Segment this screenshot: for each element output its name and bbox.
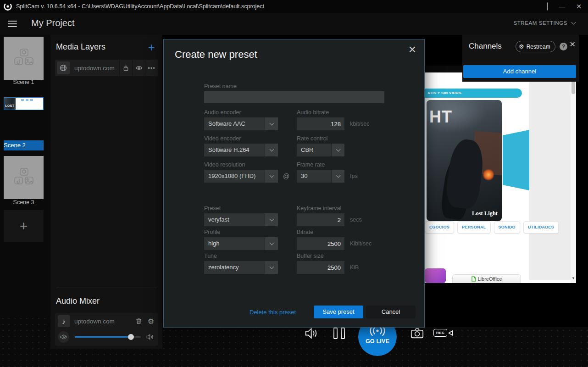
buffer-size-unit: KiB <box>350 261 359 274</box>
frame-rate-value: 30 <box>297 170 331 183</box>
splitcam-window: SplitCam v. 10.6.54 x64 - C:\Users\WDAGU… <box>0 0 588 367</box>
category-pill[interactable]: SONIDO <box>494 221 520 234</box>
audio-mixer-item: ♪ uptodown.com ⚙ <box>55 313 158 346</box>
layer-name: uptodown.com <box>74 65 119 72</box>
snapshot-camera-icon[interactable] <box>410 327 424 339</box>
scroll-down-arrow[interactable]: ▼ <box>571 276 576 280</box>
tune-select[interactable]: zerolatency <box>204 261 278 274</box>
volume-slider[interactable] <box>75 336 141 338</box>
profile-select[interactable]: high <box>204 237 278 250</box>
page-side-panel <box>529 66 571 280</box>
visibility-eye-button[interactable] <box>132 60 145 76</box>
audio-bitrate-input[interactable] <box>297 117 344 130</box>
frame-rate-select[interactable]: 30 <box>297 170 344 183</box>
keyframe-interval-label: Keyframe interval <box>297 205 341 211</box>
category-pill[interactable]: EGOCIOS <box>425 221 454 234</box>
preset-select[interactable]: veryfast <box>204 213 278 226</box>
rate-control-label: Rate control <box>297 135 327 142</box>
video-encoder-value: Software H.264 <box>204 144 265 156</box>
image-detail <box>483 169 494 181</box>
audio-monitor-icon[interactable] <box>305 327 319 339</box>
mixer-settings-icon[interactable]: ⚙ <box>148 317 154 326</box>
stream-settings-button[interactable]: STREAM SETTINGS <box>513 20 575 26</box>
scene-3-thumbnail[interactable] <box>4 156 44 199</box>
audio-source-icon: ♪ <box>58 315 70 327</box>
scene-1-label[interactable]: Scene 1 <box>4 79 44 85</box>
menu-icon[interactable] <box>8 21 17 29</box>
profile-value: high <box>204 237 265 250</box>
dialog-close-icon[interactable]: × <box>409 42 416 57</box>
pause-button[interactable] <box>333 328 345 339</box>
media-layers-panel: Media Layers + uptodown.com ••• Au <box>50 35 162 349</box>
channels-panel: Channels ⚙ Restream ? × Add channel <box>462 35 579 82</box>
preset-name-input[interactable] <box>204 91 384 103</box>
volume-handle[interactable] <box>128 334 134 340</box>
web-layer-icon <box>57 61 70 74</box>
close-button[interactable]: ✕ <box>576 0 582 13</box>
profile-label: Profile <box>204 229 220 235</box>
cancel-button[interactable]: Cancel <box>366 306 416 318</box>
volume-fill <box>75 336 131 338</box>
chevron-down-icon <box>265 261 278 274</box>
minimize-button[interactable]: — <box>559 0 565 13</box>
mixer-channel-name: uptodown.com <box>74 318 135 325</box>
thumb-game-banner: LOST LIGHT <box>4 98 16 110</box>
bitrate-label: Bitrate <box>297 229 313 235</box>
go-live-label: GO LIVE <box>366 338 389 345</box>
add-scene-button[interactable]: + <box>4 210 44 242</box>
browser-page-preview: ATIS Y SIN VIRUS. HT Lost Light ▼ EGOCIO… <box>425 66 576 283</box>
audio-bitrate-label: Audio bitrate <box>297 109 329 116</box>
at-symbol: @ <box>283 170 289 183</box>
restream-button[interactable]: ⚙ Restream <box>516 41 555 52</box>
splitcam-logo-icon <box>4 2 12 11</box>
scene-1-thumbnail[interactable] <box>4 37 44 80</box>
record-button[interactable]: REC <box>433 329 453 337</box>
keyframe-interval-unit: secs <box>350 213 362 226</box>
audio-mixer-title: Audio Mixer <box>56 296 100 306</box>
game-caption: Lost Light <box>472 210 498 217</box>
scene-3-label[interactable]: Scene 3 <box>4 199 44 206</box>
game-hero-image: HT Lost Light <box>427 100 502 221</box>
add-layer-button[interactable]: + <box>148 41 155 53</box>
add-channel-button[interactable]: Add channel <box>463 65 576 78</box>
rate-control-value: CBR <box>297 144 331 156</box>
scene-2-label[interactable]: Scene 2 <box>4 140 44 150</box>
lock-layer-button[interactable] <box>119 60 132 76</box>
libreoffice-card[interactable]: LibreOffice <box>452 274 521 283</box>
category-pill[interactable]: UTILIDADES <box>523 221 559 234</box>
media-layer-item[interactable]: uptodown.com ••• <box>55 60 158 76</box>
scene-2-thumbnail[interactable]: LOST LIGHT <box>4 97 44 110</box>
pin-icon[interactable] <box>547 0 548 13</box>
page-banner: ATIS Y SIN VIRUS. <box>425 89 522 98</box>
video-resolution-label: Video resolution <box>204 161 245 168</box>
frame-rate-unit: fps <box>350 170 358 183</box>
category-pill[interactable]: PERSONAL <box>457 221 490 234</box>
chevron-down-icon <box>265 170 278 183</box>
video-resolution-select[interactable]: 1920x1080 (FHD) <box>204 170 278 183</box>
help-icon[interactable]: ? <box>560 43 567 50</box>
rate-control-select[interactable]: CBR <box>297 144 344 156</box>
mute-button[interactable] <box>58 331 69 343</box>
chevron-down-icon <box>331 170 344 183</box>
media-placeholder-icon <box>14 168 34 186</box>
chevron-down-icon <box>265 237 278 250</box>
preset-value: veryfast <box>204 213 265 226</box>
buffer-size-input[interactable] <box>297 261 344 274</box>
save-preset-button[interactable]: Save preset <box>314 306 363 318</box>
video-encoder-select[interactable]: Software H.264 <box>204 144 278 156</box>
bitrate-input[interactable] <box>297 237 344 250</box>
delete-layer-icon[interactable] <box>135 317 142 325</box>
video-encoder-label: Video encoder <box>204 135 241 142</box>
layer-more-button[interactable]: ••• <box>145 60 158 76</box>
category-pills: EGOCIOS PERSONAL SONIDO UTILIDADES <box>425 221 559 234</box>
libreoffice-label: LibreOffice <box>478 276 502 282</box>
page-scrollbar[interactable]: ▼ <box>571 66 576 283</box>
audio-bitrate-unit: kbit/sec <box>350 117 369 130</box>
channels-close-icon[interactable]: × <box>570 39 575 50</box>
keyframe-interval-input[interactable] <box>297 213 344 226</box>
buffer-size-label: Buffer size <box>297 253 324 259</box>
delete-preset-link[interactable]: Delete this preset <box>250 309 296 316</box>
media-placeholder-icon <box>14 49 34 67</box>
audio-encoder-select[interactable]: Software AAC <box>204 117 278 130</box>
speaker-icon[interactable] <box>146 334 154 340</box>
